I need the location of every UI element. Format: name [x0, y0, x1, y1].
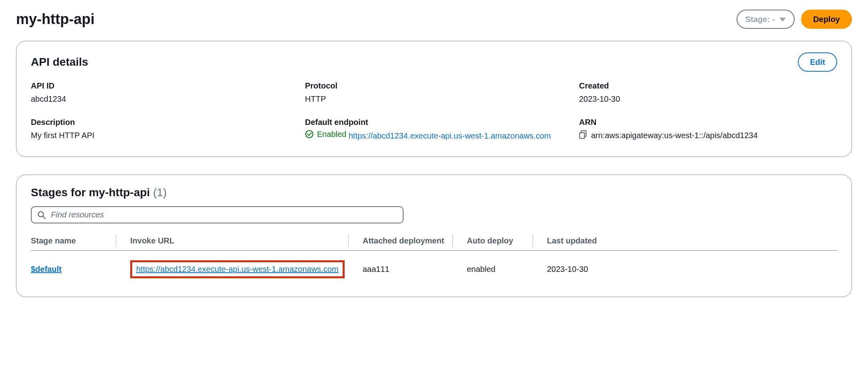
header-actions: Stage: - Deploy — [737, 10, 852, 29]
stages-title: Stages for my-http-api (1) — [31, 186, 837, 199]
col-invoke-url[interactable]: Invoke URL — [123, 231, 355, 251]
field-description: Description My first HTTP API — [31, 118, 289, 142]
auto-deploy-value: enabled — [460, 251, 540, 283]
field-arn: ARN arn:aws:apigateway:us-west-1::/apis/… — [579, 118, 837, 142]
field-api-id: API ID abcd1234 — [31, 81, 289, 105]
stages-title-text: Stages for my-http-api — [31, 186, 153, 199]
field-created: Created 2023-10-30 — [579, 81, 837, 105]
field-protocol: Protocol HTTP — [305, 81, 563, 105]
created-label: Created — [579, 81, 837, 90]
invoke-url-highlight: https://abcd1234.execute-api.us-west-1.a… — [130, 260, 345, 278]
copy-icon[interactable] — [579, 130, 587, 139]
deploy-button[interactable]: Deploy — [801, 10, 852, 29]
created-value: 2023-10-30 — [579, 93, 837, 105]
endpoint-status-text: Enabled — [317, 130, 346, 139]
arn-value: arn:aws:apigateway:us-west-1::/apis/abcd… — [591, 129, 758, 141]
attached-deployment-value: aaa111 — [355, 251, 460, 283]
endpoint-url-link[interactable]: https://abcd1234.execute-api.us-west-1.a… — [349, 131, 551, 140]
svg-rect-3 — [580, 133, 585, 139]
endpoint-status: Enabled — [305, 130, 346, 139]
svg-point-1 — [306, 131, 313, 138]
protocol-value: HTTP — [305, 93, 563, 105]
page-header: my-http-api Stage: - Deploy — [16, 0, 852, 41]
edit-button[interactable]: Edit — [798, 52, 837, 72]
svg-marker-0 — [779, 18, 786, 22]
api-id-label: API ID — [31, 81, 289, 90]
stage-name-link[interactable]: $default — [31, 265, 62, 273]
api-id-value: abcd1234 — [31, 93, 289, 105]
api-details-header: API details Edit — [31, 52, 837, 72]
col-auto-deploy[interactable]: Auto deploy — [460, 231, 540, 251]
col-stage-name[interactable]: Stage name — [31, 231, 123, 251]
col-attached-deployment[interactable]: Attached deployment — [355, 231, 460, 251]
description-value: My first HTTP API — [31, 129, 289, 141]
search-icon — [37, 211, 46, 219]
protocol-label: Protocol — [305, 81, 563, 90]
stages-table: Stage name Invoke URL Attached deploymen… — [31, 231, 837, 282]
search-input[interactable] — [51, 210, 397, 219]
search-box[interactable] — [31, 206, 404, 223]
details-grid: API ID abcd1234 Protocol HTTP Created 20… — [31, 81, 837, 142]
last-updated-value: 2023-10-30 — [540, 251, 837, 283]
stage-selector-button[interactable]: Stage: - — [737, 10, 795, 29]
api-details-panel: API details Edit API ID abcd1234 Protoco… — [16, 41, 852, 157]
stages-panel: Stages for my-http-api (1) Stage name In… — [16, 175, 852, 297]
stage-selector-label: Stage: - — [745, 14, 775, 25]
page-title: my-http-api — [16, 11, 95, 28]
description-label: Description — [31, 118, 289, 127]
caret-down-icon — [779, 17, 786, 22]
col-last-updated[interactable]: Last updated — [540, 231, 837, 251]
arn-label: ARN — [579, 118, 837, 127]
check-circle-icon — [305, 130, 314, 139]
stages-count: (1) — [153, 186, 167, 199]
svg-line-5 — [43, 216, 45, 219]
field-default-endpoint: Default endpoint Enabled https://abcd123… — [305, 118, 563, 142]
table-row: $default https://abcd1234.execute-api.us… — [31, 251, 837, 283]
endpoint-label: Default endpoint — [305, 118, 563, 127]
api-details-title: API details — [31, 56, 88, 68]
invoke-url-link[interactable]: https://abcd1234.execute-api.us-west-1.a… — [136, 265, 339, 273]
